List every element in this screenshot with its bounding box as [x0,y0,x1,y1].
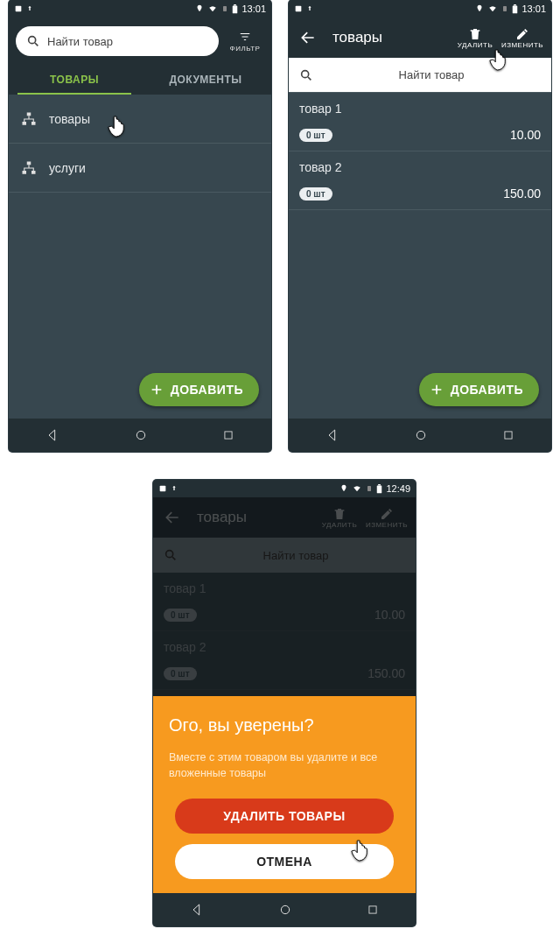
product-qty: 0 шт [299,129,332,142]
nav-home-icon[interactable] [134,428,148,442]
svg-rect-3 [234,4,237,5]
battery-icon [232,4,238,14]
add-button-label: ДОБАВИТЬ [451,383,523,397]
dialog-title: Ого, вы уверены? [169,715,400,735]
svg-rect-10 [32,171,36,174]
filter-label: ФИЛЬТР [230,45,261,53]
upload-icon [171,484,178,493]
upload-icon [306,4,313,13]
search-input[interactable]: Найти товар [16,26,219,56]
notification-icon [294,4,303,13]
notification-icon [14,4,23,13]
delete-label: УДАЛИТЬ [458,41,493,49]
add-button-label: ДОБАВИТЬ [171,383,243,397]
appbar-title: товары [332,29,382,46]
svg-rect-16 [514,4,517,5]
svg-rect-20 [160,486,166,492]
svg-rect-2 [233,5,238,13]
svg-rect-14 [503,6,507,11]
status-bar: 12:49 [153,480,416,497]
tab-documents[interactable]: ДОКУМЕНТЫ [140,65,271,95]
confirm-delete-button[interactable]: УДАЛИТЬ ТОВАРЫ [175,799,394,834]
status-time: 13:01 [522,4,546,14]
category-item-services[interactable]: услуги [9,144,271,193]
upload-icon [26,4,33,13]
system-nav-bar [289,419,551,452]
category-label: товары [49,112,90,126]
search-input[interactable]: Найти товар [289,58,551,93]
category-label: услуги [49,161,86,175]
product-qty: 0 шт [299,187,332,201]
product-row[interactable]: товар 1 0 шт 10.00 [289,93,551,151]
product-row[interactable]: товар 2 0 шт 150.00 [289,151,551,210]
svg-rect-0 [16,6,22,12]
svg-rect-22 [377,485,382,493]
product-price: 150.00 [332,187,541,201]
search-icon [299,68,313,82]
search-icon [26,34,40,48]
svg-rect-26 [369,906,376,913]
nav-recent-icon[interactable] [502,429,514,441]
back-arrow-icon[interactable] [294,24,322,52]
svg-rect-13 [296,6,302,12]
filter-button[interactable]: ФИЛЬТР [226,31,264,53]
nav-back-icon[interactable] [326,428,340,442]
product-name: товар 2 [299,160,541,174]
system-nav-bar [153,893,416,926]
plus-icon [150,383,164,397]
nav-back-icon[interactable] [46,428,60,442]
svg-rect-7 [32,122,36,125]
svg-rect-21 [368,486,371,491]
wifi-icon [207,4,218,13]
nav-recent-icon[interactable] [222,429,234,441]
svg-rect-12 [225,432,232,439]
phone-screen-1: 13:01 Найти товар ФИЛЬТР ТОВАРЫ [9,0,271,452]
wifi-icon [487,4,498,13]
svg-rect-9 [23,171,27,174]
edit-action[interactable]: ИЗМЕНИТЬ [499,27,546,49]
location-icon [475,4,484,13]
pencil-icon [515,27,529,41]
product-name: товар 1 [299,102,541,116]
search-placeholder: Найти товар [322,68,541,81]
nav-recent-icon[interactable] [367,904,379,916]
add-button[interactable]: ДОБАВИТЬ [419,373,539,406]
delete-action[interactable]: УДАЛИТЬ [452,27,499,49]
svg-point-4 [29,37,36,44]
cancel-label: ОТМЕНА [256,855,312,869]
nav-home-icon[interactable] [278,903,292,917]
location-icon [195,4,204,13]
status-time: 12:49 [386,483,410,494]
cancel-button[interactable]: ОТМЕНА [175,844,394,879]
svg-point-11 [136,431,144,439]
svg-rect-1 [223,6,227,11]
nav-home-icon[interactable] [414,428,428,442]
nav-back-icon[interactable] [190,903,204,917]
no-sim-icon [221,4,228,13]
confirm-delete-sheet: Ого, вы уверены? Вместе с этим товаром в… [153,696,416,893]
filter-icon [237,31,253,43]
svg-point-25 [281,905,289,913]
no-sim-icon [366,484,373,493]
category-item-goods[interactable]: товары [9,95,271,144]
confirm-delete-label: УДАЛИТЬ ТОВАРЫ [223,809,345,823]
add-button[interactable]: ДОБАВИТЬ [139,373,259,406]
org-chart-icon [21,160,37,176]
status-time: 13:01 [242,4,266,14]
location-icon [340,484,348,493]
status-bar: 13:01 [9,0,271,18]
battery-icon [512,4,518,14]
app-bar: товары УДАЛИТЬ ИЗМЕНИТЬ [289,18,551,58]
no-sim-icon [501,4,508,13]
org-chart-icon [21,111,37,127]
svg-rect-23 [379,484,382,485]
product-price: 10.00 [332,128,541,142]
svg-rect-6 [23,122,27,125]
tab-goods[interactable]: ТОВАРЫ [9,65,140,95]
status-bar: 13:01 [289,0,551,18]
search-placeholder: Найти товар [47,35,113,48]
phone-screen-2: 13:01 товары УДАЛИТЬ ИЗМЕНИТЬ Найти това… [289,0,551,452]
svg-rect-19 [505,432,512,439]
svg-point-18 [416,431,424,439]
notification-icon [158,484,167,493]
